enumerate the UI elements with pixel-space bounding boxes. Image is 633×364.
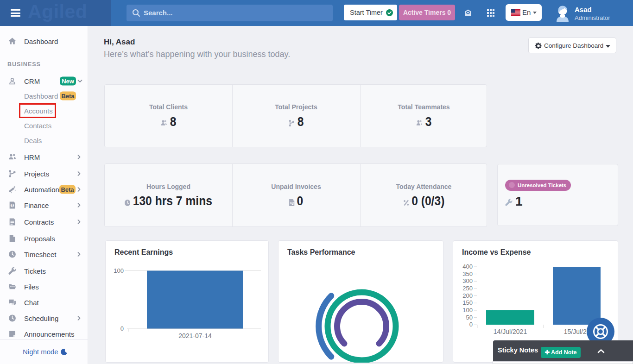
svg-text:14/Jul/2021: 14/Jul/2021 [494,328,527,335]
svg-text:400: 400 [462,263,473,270]
svg-text:300: 300 [462,277,473,284]
svg-text:150: 150 [462,299,473,306]
svg-text:50: 50 [466,314,473,321]
svg-text:2021-07-14: 2021-07-14 [178,332,212,339]
svg-text:350: 350 [462,270,473,277]
svg-text:250: 250 [462,285,473,292]
svg-text:100: 100 [114,267,124,274]
svg-text:100: 100 [462,307,473,314]
svg-text:0: 0 [120,325,124,332]
svg-text:0: 0 [469,321,473,328]
svg-text:200: 200 [462,292,473,299]
